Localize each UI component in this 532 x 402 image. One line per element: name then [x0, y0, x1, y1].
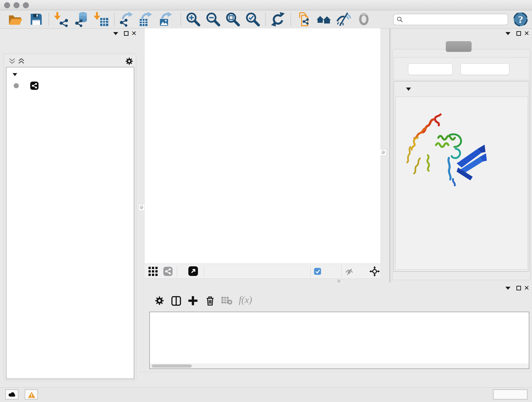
network-canvas[interactable]	[145, 28, 380, 264]
network-graph[interactable]	[145, 28, 380, 264]
toolbar-separator	[181, 13, 181, 26]
network-share-icon[interactable]	[163, 267, 172, 276]
table-panel-float-icon[interactable]	[505, 287, 510, 290]
clipboard-network-icon[interactable]	[296, 12, 311, 27]
warning-icon	[28, 391, 36, 398]
export-network-icon[interactable]	[119, 12, 134, 27]
export-table-icon[interactable]	[138, 12, 154, 27]
results-entry-detail	[395, 97, 528, 269]
selected-checkbox-icon[interactable]	[314, 268, 321, 275]
network-view-toolbar	[145, 264, 380, 279]
delete-trash-icon[interactable]	[206, 296, 215, 306]
network-status-dot	[14, 83, 19, 88]
export-image-icon[interactable]	[158, 12, 174, 27]
open-session-icon[interactable]	[7, 12, 23, 27]
status-bar	[0, 387, 532, 402]
network-options-gear-icon[interactable]	[125, 57, 133, 65]
function-builder-icon[interactable]: f(x)	[239, 294, 252, 305]
add-column-plus-icon[interactable]	[188, 296, 197, 305]
toolbar-separator	[291, 13, 291, 26]
expand-all-button[interactable]	[408, 64, 452, 75]
close-window-icon[interactable]	[4, 2, 10, 8]
fit-content-crosshair-icon[interactable]	[369, 266, 380, 277]
table-panel-close-icon[interactable]: ✕	[524, 286, 529, 290]
node-table	[149, 312, 529, 369]
protein-structure-image	[404, 110, 489, 192]
scrollbar-thumb[interactable]	[152, 364, 192, 368]
zoom-fit-icon[interactable]	[225, 12, 241, 27]
search-field[interactable]	[393, 14, 508, 25]
network-collection-row[interactable]	[6, 69, 134, 80]
tab-string[interactable]	[446, 41, 472, 52]
entry-collapse-icon[interactable]	[406, 87, 411, 91]
toolbar-separator	[49, 13, 49, 26]
zoom-out-icon[interactable]	[205, 12, 221, 27]
collapse-all-icon[interactable]	[9, 58, 16, 64]
import-table-icon[interactable]	[94, 12, 109, 27]
results-splitter-line	[389, 28, 390, 282]
hidden-eye-slash-icon[interactable]	[345, 268, 354, 275]
divider	[138, 372, 532, 372]
open-in-new-icon[interactable]	[188, 266, 198, 276]
main-toolbar: ?	[0, 10, 532, 29]
table-hscrollbar[interactable]	[150, 364, 529, 369]
memory-status-dot	[506, 392, 512, 397]
grid-view-icon[interactable]	[148, 267, 158, 276]
cloud-icon	[8, 392, 16, 397]
results-panel-float-icon[interactable]	[505, 32, 510, 35]
splitter-handle-dot	[337, 279, 340, 282]
control-panel-float-icon[interactable]	[113, 32, 118, 35]
left-splitter-handle[interactable]	[138, 204, 145, 211]
collapse-all-button[interactable]	[461, 64, 509, 75]
title-bar	[0, 0, 532, 10]
show-hide-graphics-icon[interactable]	[336, 12, 351, 27]
zoom-in-icon[interactable]	[185, 12, 201, 27]
import-network-icon[interactable]	[54, 12, 70, 27]
preview-eye-icon[interactable]	[356, 12, 372, 27]
home-view-icon[interactable]	[316, 12, 331, 27]
results-panel-maximize-icon[interactable]	[516, 31, 521, 36]
results-splitter-line	[391, 28, 391, 282]
separator	[177, 266, 177, 277]
help-icon[interactable]: ?	[513, 12, 528, 27]
cloud-status-button[interactable]	[5, 389, 18, 400]
table-settings-gear-icon[interactable]	[155, 296, 164, 305]
svg-text:?: ?	[518, 14, 523, 25]
expand-all-icon[interactable]	[18, 58, 25, 64]
warnings-button[interactable]	[25, 389, 38, 400]
network-row-selected[interactable]	[6, 80, 134, 91]
memory-button[interactable]	[493, 389, 527, 400]
split-panel-icon[interactable]	[171, 296, 181, 306]
right-splitter-handle[interactable]	[380, 149, 386, 156]
minimize-window-icon[interactable]	[13, 2, 19, 8]
network-list	[6, 67, 134, 379]
table-panel-maximize-icon[interactable]	[516, 286, 521, 290]
separator	[310, 266, 311, 277]
cytoscape-window: ? ✕	[0, 0, 532, 402]
separator	[204, 266, 204, 277]
import-database-icon[interactable]	[74, 12, 89, 27]
toolbar-separator	[265, 13, 266, 26]
separator	[341, 266, 342, 277]
delete-table-icon[interactable]	[221, 296, 232, 305]
control-panel-close-icon[interactable]: ✕	[131, 31, 137, 36]
search-input[interactable]	[405, 15, 505, 24]
results-panel-close-icon[interactable]: ✕	[524, 31, 529, 36]
control-panel-maximize-icon[interactable]	[124, 31, 128, 36]
toolbar-separator	[114, 13, 114, 26]
save-session-icon[interactable]	[28, 12, 44, 27]
refresh-icon[interactable]	[270, 12, 286, 27]
maximize-window-icon[interactable]	[23, 2, 29, 8]
search-icon	[396, 16, 403, 23]
string-network-icon	[30, 82, 38, 90]
collection-expand-icon[interactable]	[12, 73, 17, 76]
zoom-selected-icon[interactable]	[245, 12, 260, 27]
